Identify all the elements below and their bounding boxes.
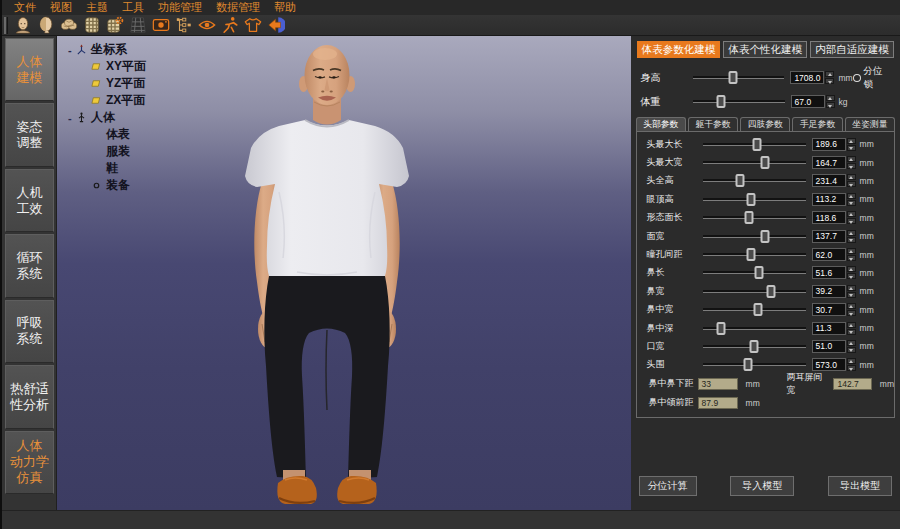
menu-item-6[interactable]: 数据管理 — [209, 0, 267, 15]
weight-slider[interactable] — [693, 100, 785, 103]
param-spinner[interactable] — [847, 322, 856, 335]
head-front-icon[interactable] — [12, 16, 34, 35]
param-value-box[interactable]: 39.2 — [812, 285, 846, 298]
param-tab-2[interactable]: 躯干参数 — [688, 117, 738, 131]
param-tab-3[interactable]: 四肢参数 — [740, 117, 790, 131]
slider-handle[interactable] — [735, 174, 744, 187]
tree-expander[interactable]: - — [65, 112, 75, 124]
spin-down-icon[interactable] — [847, 273, 856, 279]
percentile-calc-button[interactable]: 分位计算 — [639, 476, 697, 496]
spin-down-icon[interactable] — [847, 237, 856, 243]
param-tab-5[interactable]: 坐姿测量 — [845, 117, 895, 131]
param-spinner[interactable] — [847, 340, 856, 353]
weight-slider-handle[interactable] — [717, 95, 726, 108]
spin-up-icon[interactable] — [825, 71, 834, 77]
sidebar-item-4[interactable]: 循环系统 — [5, 234, 54, 297]
param-value-box[interactable]: 573.0 — [812, 358, 846, 371]
param-spinner[interactable] — [847, 358, 856, 371]
tree-item-8[interactable]: 鞋 — [63, 160, 146, 177]
tree-item-9[interactable]: 装备 — [63, 177, 146, 194]
tab-surface-personalized[interactable]: 体表个性化建模 — [723, 41, 807, 58]
param-slider[interactable] — [703, 271, 806, 274]
slider-handle[interactable] — [744, 211, 753, 224]
sidebar-item-6[interactable]: 热舒适性分析 — [5, 365, 54, 428]
spin-up-icon[interactable] — [847, 211, 856, 217]
slider-handle[interactable] — [747, 248, 756, 261]
param-slider[interactable] — [703, 235, 806, 238]
spin-down-icon[interactable] — [847, 218, 856, 224]
eye-icon[interactable] — [196, 16, 218, 35]
param-spinner[interactable] — [847, 285, 856, 298]
spin-up-icon[interactable] — [847, 230, 856, 236]
spin-down-icon[interactable] — [847, 329, 856, 335]
slider-handle[interactable] — [761, 230, 770, 243]
slider-handle[interactable] — [747, 193, 756, 206]
spin-down-icon[interactable] — [847, 310, 856, 316]
spin-up-icon[interactable] — [847, 156, 856, 162]
menu-item-1[interactable]: 文件 — [7, 0, 43, 15]
param-value-box[interactable]: 51.0 — [812, 340, 846, 353]
mesh-body-icon[interactable] — [81, 16, 103, 35]
spin-down-icon[interactable] — [826, 102, 835, 108]
param-spinner[interactable] — [847, 156, 856, 169]
height-slider[interactable] — [693, 76, 785, 79]
menu-item-2[interactable]: 视图 — [43, 0, 79, 15]
slider-handle[interactable] — [717, 322, 726, 335]
import-model-button[interactable]: 导入模型 — [730, 476, 794, 496]
param-tab-4[interactable]: 手足参数 — [792, 117, 842, 131]
spin-down-icon[interactable] — [825, 78, 834, 84]
field-input[interactable]: 87.9 — [698, 397, 738, 409]
param-spinner[interactable] — [847, 266, 856, 279]
viewport-3d[interactable]: -坐标系XY平面YZ平面ZX平面-人体体表服装鞋装备 — [57, 36, 631, 510]
spin-up-icon[interactable] — [847, 174, 856, 180]
spin-up-icon[interactable] — [847, 358, 856, 364]
tree-item-4[interactable]: ZX平面 — [63, 92, 146, 109]
hierarchy-icon[interactable] — [173, 16, 195, 35]
menu-item-4[interactable]: 工具 — [115, 0, 151, 15]
param-slider[interactable] — [703, 143, 806, 146]
spin-down-icon[interactable] — [847, 347, 856, 353]
slider-handle[interactable] — [755, 266, 764, 279]
slider-handle[interactable] — [753, 138, 762, 151]
param-spinner[interactable] — [847, 174, 856, 187]
param-tab-1[interactable]: 头部参数 — [636, 117, 686, 131]
spin-up-icon[interactable] — [847, 303, 856, 309]
spin-up-icon[interactable] — [847, 138, 856, 144]
slider-handle[interactable] — [743, 358, 752, 371]
sidebar-item-3[interactable]: 人机工效 — [5, 169, 54, 232]
slider-handle[interactable] — [761, 156, 770, 169]
param-value-box[interactable]: 137.7 — [812, 230, 846, 243]
slider-handle[interactable] — [750, 340, 759, 353]
param-slider[interactable] — [703, 216, 806, 219]
grid-icon[interactable] — [127, 16, 149, 35]
sidebar-item-1[interactable]: 人体建模 — [5, 38, 54, 101]
spin-down-icon[interactable] — [847, 292, 856, 298]
tab-surface-parametric[interactable]: 体表参数化建模 — [637, 41, 721, 58]
weight-spinner[interactable] — [826, 95, 835, 108]
param-slider[interactable] — [703, 363, 806, 366]
spin-down-icon[interactable] — [847, 255, 856, 261]
sidebar-item-5[interactable]: 呼吸系统 — [5, 300, 54, 363]
param-slider[interactable] — [703, 161, 806, 164]
percentile-lock-radio[interactable]: 分位锁 — [853, 65, 900, 91]
mesh-gear-icon[interactable] — [104, 16, 126, 35]
export-model-button[interactable]: 导出模型 — [828, 476, 892, 496]
menu-item-3[interactable]: 主题 — [79, 0, 115, 15]
sidebar-item-2[interactable]: 姿态调整 — [5, 103, 54, 166]
param-value-box[interactable]: 164.7 — [812, 156, 846, 169]
spin-up-icon[interactable] — [847, 322, 856, 328]
param-slider[interactable] — [703, 308, 806, 311]
param-spinner[interactable] — [847, 138, 856, 151]
tab-internal-adaptive[interactable]: 内部自适应建模 — [810, 41, 894, 58]
param-value-box[interactable]: 30.7 — [812, 303, 846, 316]
menu-item-7[interactable]: 帮助 — [267, 0, 303, 15]
head-profile-icon[interactable] — [35, 16, 57, 35]
spin-up-icon[interactable] — [847, 266, 856, 272]
param-spinner[interactable] — [847, 193, 856, 206]
param-value-box[interactable]: 51.6 — [812, 266, 846, 279]
spin-up-icon[interactable] — [847, 285, 856, 291]
param-slider[interactable] — [703, 327, 806, 330]
field-input[interactable]: 142.7 — [833, 378, 871, 390]
running-man-icon[interactable] — [219, 16, 241, 35]
mesh-cloud-icon[interactable] — [58, 16, 80, 35]
